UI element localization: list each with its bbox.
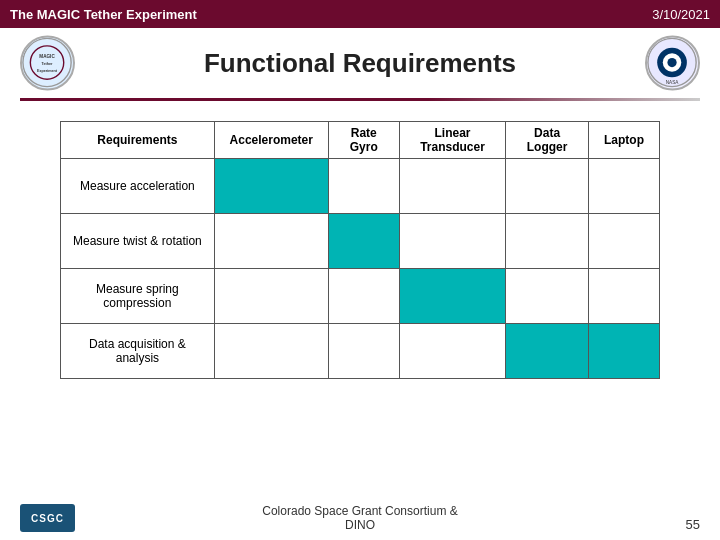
cell-accel bbox=[214, 159, 328, 214]
cell-laptop bbox=[589, 324, 660, 379]
cell-dl bbox=[506, 324, 589, 379]
cell-gyro bbox=[328, 269, 399, 324]
cell-lt bbox=[399, 159, 505, 214]
table-row: Measure acceleration bbox=[61, 159, 660, 214]
cell-requirement: Measure spring compression bbox=[61, 269, 215, 324]
cell-dl bbox=[506, 269, 589, 324]
page-title: Functional Requirements bbox=[204, 48, 516, 79]
col-header-rate-gyro: RateGyro bbox=[328, 122, 399, 159]
svg-text:MAGIC: MAGIC bbox=[39, 54, 55, 59]
csgc-logo: CSGC bbox=[20, 504, 75, 532]
cell-dl bbox=[506, 159, 589, 214]
table-row: Data acquisition & analysis bbox=[61, 324, 660, 379]
cell-requirement: Measure twist & rotation bbox=[61, 214, 215, 269]
requirements-table: Requirements Accelerometer RateGyro Line… bbox=[60, 121, 660, 379]
footer: CSGC Colorado Space Grant Consortium &DI… bbox=[0, 495, 720, 540]
table-body: Measure accelerationMeasure twist & rota… bbox=[61, 159, 660, 379]
cell-dl bbox=[506, 214, 589, 269]
col-header-laptop: Laptop bbox=[589, 122, 660, 159]
cell-accel bbox=[214, 269, 328, 324]
cell-laptop bbox=[589, 269, 660, 324]
header-date: 3/10/2021 bbox=[652, 7, 710, 22]
header-bar: The MAGIC Tether Experiment 3/10/2021 bbox=[0, 0, 720, 28]
right-logo-img: NASA bbox=[645, 36, 700, 91]
cell-gyro bbox=[328, 324, 399, 379]
cell-requirement: Measure acceleration bbox=[61, 159, 215, 214]
col-header-accelerometer: Accelerometer bbox=[214, 122, 328, 159]
cell-gyro bbox=[328, 159, 399, 214]
table-row: Measure spring compression bbox=[61, 269, 660, 324]
cell-accel bbox=[214, 324, 328, 379]
col-header-linear-transducer: LinearTransducer bbox=[399, 122, 505, 159]
table-header-row: Requirements Accelerometer RateGyro Line… bbox=[61, 122, 660, 159]
main-content: Requirements Accelerometer RateGyro Line… bbox=[0, 101, 720, 389]
col-header-requirements: Requirements bbox=[61, 122, 215, 159]
cell-accel bbox=[214, 214, 328, 269]
svg-text:Tether: Tether bbox=[42, 62, 54, 66]
svg-point-8 bbox=[667, 58, 676, 67]
col-header-data-logger: DataLogger bbox=[506, 122, 589, 159]
table-row: Measure twist & rotation bbox=[61, 214, 660, 269]
footer-center-text: Colorado Space Grant Consortium &DINO bbox=[262, 504, 457, 532]
csgc-logo-text: CSGC bbox=[31, 513, 64, 524]
title-row: MAGIC Tether Experiment Functional Requi… bbox=[0, 28, 720, 98]
footer-left: CSGC bbox=[20, 504, 75, 532]
cell-lt bbox=[399, 324, 505, 379]
right-logo: NASA bbox=[645, 36, 700, 91]
magic-logo: MAGIC Tether Experiment bbox=[20, 36, 75, 91]
cell-requirement: Data acquisition & analysis bbox=[61, 324, 215, 379]
cell-laptop bbox=[589, 159, 660, 214]
cell-gyro bbox=[328, 214, 399, 269]
cell-lt bbox=[399, 214, 505, 269]
header-title: The MAGIC Tether Experiment bbox=[10, 7, 197, 22]
cell-lt bbox=[399, 269, 505, 324]
page-number: 55 bbox=[686, 517, 700, 532]
svg-text:NASA: NASA bbox=[666, 80, 680, 85]
left-logo: MAGIC Tether Experiment bbox=[20, 36, 75, 91]
cell-laptop bbox=[589, 214, 660, 269]
svg-text:Experiment: Experiment bbox=[37, 69, 58, 73]
